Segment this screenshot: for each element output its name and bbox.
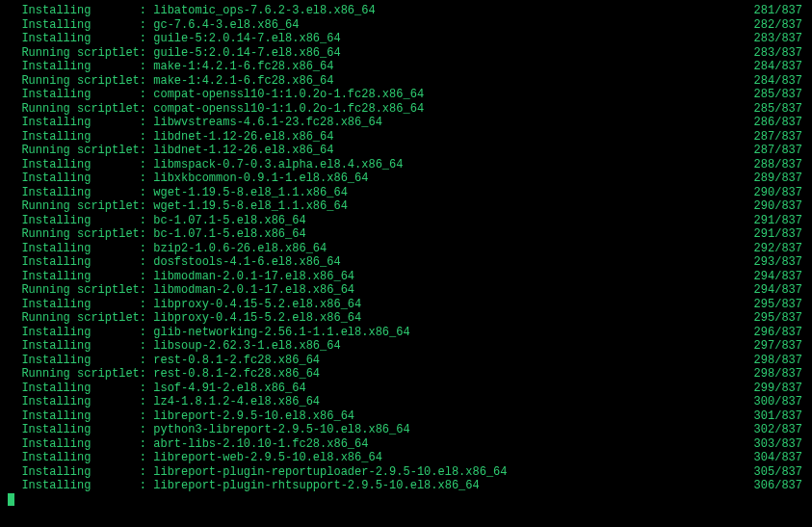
package-name: compat-openssl10-1:1.0.2o-1.fc28.x86_64 [153, 88, 753, 102]
output-line: Installing : dosfstools-4.1-6.el8.x86_64… [8, 255, 804, 270]
package-name: lsof-4.91-2.el8.x86_64 [153, 382, 753, 396]
output-line: Installing : python3-libreport-2.9.5-10.… [8, 423, 804, 437]
package-name: libmodman-2.0.1-17.el8.x86_64 [153, 270, 753, 284]
progress-counter: 294/837 [754, 270, 804, 284]
action-label: Installing [8, 186, 140, 200]
action-label: Installing [8, 32, 140, 46]
action-label: Running scriptlet [8, 283, 140, 298]
separator: : [140, 171, 153, 186]
action-label: Installing [8, 255, 140, 270]
output-line: Installing : abrt-libs-2.10.10-1.fc28.x8… [8, 437, 804, 452]
action-label: Installing [8, 242, 140, 256]
action-label: Installing [8, 158, 140, 172]
package-name: rest-0.8.1-2.fc28.x86_64 [153, 354, 753, 368]
package-name: libwvstreams-4.6.1-23.fc28.x86_64 [153, 116, 753, 130]
output-line: Running scriptlet: libproxy-0.4.15-5.2.e… [8, 311, 804, 326]
output-line: Installing : libsoup-2.62.3-1.el8.x86_64… [8, 339, 804, 354]
separator: : [140, 242, 153, 256]
action-label: Installing [8, 409, 140, 424]
separator: : [140, 354, 153, 368]
package-name: lz4-1.8.1.2-4.el8.x86_64 [153, 395, 753, 409]
package-name: libmodman-2.0.1-17.el8.x86_64 [153, 283, 753, 298]
package-name: dosfstools-4.1-6.el8.x86_64 [153, 255, 753, 270]
progress-counter: 287/837 [754, 130, 804, 145]
action-label: Installing [8, 479, 140, 493]
separator: : [140, 465, 153, 480]
action-label: Installing [8, 298, 140, 312]
output-line: Running scriptlet: wget-1.19.5-8.el8_1.1… [8, 199, 804, 214]
output-line: Running scriptlet: compat-openssl10-1:1.… [8, 102, 804, 117]
output-line: Installing : gc-7.6.4-3.el8.x86_64282/83… [8, 18, 804, 33]
output-line: Running scriptlet: libdnet-1.12-26.el8.x… [8, 144, 804, 158]
package-name: libatomic_ops-7.6.2-3.el8.x86_64 [153, 4, 753, 18]
package-name: wget-1.19.5-8.el8_1.1.x86_64 [153, 186, 753, 200]
package-name: libreport-2.9.5-10.el8.x86_64 [153, 409, 753, 424]
package-name: guile-5:2.0.14-7.el8.x86_64 [153, 46, 753, 61]
package-name: libxkbcommon-0.9.1-1.el8.x86_64 [153, 171, 753, 186]
separator: : [140, 102, 153, 117]
output-line: Installing : libreport-web-2.9.5-10.el8.… [8, 451, 804, 465]
action-label: Running scriptlet [8, 227, 140, 242]
package-name: libreport-plugin-rhtsupport-2.9.5-10.el8… [153, 479, 753, 493]
output-line: Installing : libatomic_ops-7.6.2-3.el8.x… [8, 4, 804, 18]
action-label: Installing [8, 88, 140, 102]
separator: : [140, 255, 153, 270]
separator: : [140, 186, 153, 200]
progress-counter: 281/837 [754, 4, 804, 18]
package-name: make-1:4.2.1-6.fc28.x86_64 [153, 74, 753, 89]
package-name: bc-1.07.1-5.el8.x86_64 [153, 227, 753, 242]
package-name: wget-1.19.5-8.el8_1.1.x86_64 [153, 199, 753, 214]
output-lines: Installing : libatomic_ops-7.6.2-3.el8.x… [8, 4, 804, 493]
progress-counter: 283/837 [754, 46, 804, 61]
action-label: Installing [8, 437, 140, 452]
separator: : [140, 409, 153, 424]
separator: : [140, 60, 153, 74]
package-name: glib-networking-2.56.1-1.1.el8.x86_64 [153, 326, 753, 340]
progress-counter: 285/837 [754, 102, 804, 117]
progress-counter: 285/837 [754, 88, 804, 102]
action-label: Running scriptlet [8, 102, 140, 117]
output-line: Installing : guile-5:2.0.14-7.el8.x86_64… [8, 32, 804, 46]
output-line: Running scriptlet: libmodman-2.0.1-17.el… [8, 283, 804, 298]
action-label: Installing [8, 326, 140, 340]
cursor-line [8, 493, 804, 506]
separator: : [140, 479, 153, 493]
output-line: Installing : compat-openssl10-1:1.0.2o-1… [8, 88, 804, 102]
action-label: Installing [8, 423, 140, 437]
separator: : [140, 74, 153, 89]
output-line: Installing : libreport-2.9.5-10.el8.x86_… [8, 409, 804, 424]
progress-counter: 286/837 [754, 116, 804, 130]
separator: : [140, 270, 153, 284]
progress-counter: 291/837 [754, 227, 804, 242]
output-line: Installing : wget-1.19.5-8.el8_1.1.x86_6… [8, 186, 804, 200]
separator: : [140, 437, 153, 452]
output-line: Installing : libreport-plugin-rhtsupport… [8, 479, 804, 493]
progress-counter: 295/837 [754, 298, 804, 312]
progress-counter: 291/837 [754, 214, 804, 228]
separator: : [140, 88, 153, 102]
cursor-icon [8, 493, 14, 506]
progress-counter: 282/837 [754, 18, 804, 33]
action-label: Installing [8, 214, 140, 228]
action-label: Running scriptlet [8, 199, 140, 214]
progress-counter: 294/837 [754, 283, 804, 298]
package-name: bzip2-1.0.6-26.el8.x86_64 [153, 242, 753, 256]
package-name: python3-libreport-2.9.5-10.el8.x86_64 [153, 423, 753, 437]
action-label: Installing [8, 171, 140, 186]
separator: : [140, 46, 153, 61]
output-line: Installing : make-1:4.2.1-6.fc28.x86_642… [8, 60, 804, 74]
progress-counter: 287/837 [754, 144, 804, 158]
package-name: libdnet-1.12-26.el8.x86_64 [153, 144, 753, 158]
progress-counter: 304/837 [754, 451, 804, 465]
separator: : [140, 326, 153, 340]
package-name: libproxy-0.4.15-5.2.el8.x86_64 [153, 298, 753, 312]
progress-counter: 290/837 [754, 199, 804, 214]
separator: : [140, 451, 153, 465]
action-label: Running scriptlet [8, 74, 140, 89]
package-name: make-1:4.2.1-6.fc28.x86_64 [153, 60, 753, 74]
action-label: Installing [8, 382, 140, 396]
output-line: Running scriptlet: guile-5:2.0.14-7.el8.… [8, 46, 804, 61]
output-line: Installing : libreport-plugin-reportuplo… [8, 465, 804, 480]
separator: : [140, 158, 153, 172]
output-line: Running scriptlet: rest-0.8.1-2.fc28.x86… [8, 367, 804, 382]
